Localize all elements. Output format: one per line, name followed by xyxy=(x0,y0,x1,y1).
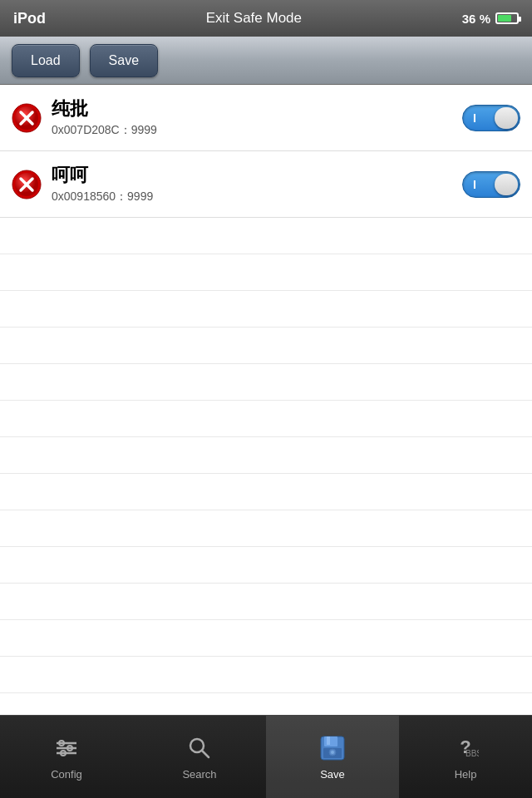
svg-rect-17 xyxy=(324,736,337,746)
toolbar: Load Save xyxy=(0,37,532,85)
empty-row xyxy=(0,254,532,291)
toggle-thumb-1 xyxy=(495,107,518,129)
tab-save[interactable]: Save xyxy=(266,716,399,798)
empty-row xyxy=(0,584,532,620)
svg-rect-18 xyxy=(327,736,330,745)
item-name-1: 纯批 xyxy=(52,97,462,121)
delete-icon-2[interactable] xyxy=(12,170,42,200)
empty-row xyxy=(0,657,532,693)
empty-row xyxy=(0,291,532,328)
delete-icon-1[interactable] xyxy=(12,103,42,133)
tab-save-label: Save xyxy=(320,768,345,781)
tab-help-label: Help xyxy=(455,768,477,781)
status-bar: iPod Exit Safe Mode 36 % xyxy=(0,0,532,37)
svg-line-15 xyxy=(202,751,209,757)
toggle-switch-2[interactable]: I xyxy=(462,171,520,198)
tab-help[interactable]: ? BBS Help xyxy=(399,716,532,798)
tab-config-label: Config xyxy=(51,768,82,781)
item-name-2: 呵呵 xyxy=(52,164,462,188)
toggle-label-1: I xyxy=(473,111,476,125)
help-icon: ? BBS xyxy=(451,733,480,763)
list-item: 纯批 0x007D208C：9999 I xyxy=(0,85,532,151)
empty-row xyxy=(0,401,532,437)
list-area: 纯批 0x007D208C：9999 I xyxy=(0,85,532,715)
tab-search[interactable]: Search xyxy=(133,716,266,798)
main-content: 纯批 0x007D208C：9999 I xyxy=(0,85,532,715)
svg-text:BBS: BBS xyxy=(466,749,479,758)
item-addr-1: 0x007D208C：9999 xyxy=(52,123,462,138)
save-button[interactable]: Save xyxy=(90,44,158,77)
toggle-thumb-2 xyxy=(495,174,518,195)
empty-row xyxy=(0,218,532,254)
battery-percent: 36 % xyxy=(462,12,490,26)
empty-row xyxy=(0,364,532,401)
load-button[interactable]: Load xyxy=(12,44,80,77)
tab-config[interactable]: Config xyxy=(0,716,133,798)
search-icon xyxy=(185,733,214,763)
tab-search-label: Search xyxy=(182,768,216,781)
svg-point-21 xyxy=(331,751,334,754)
item-info-1: 纯批 0x007D208C：9999 xyxy=(52,97,462,138)
item-addr-2: 0x00918560：9999 xyxy=(52,190,462,204)
empty-row xyxy=(0,328,532,364)
empty-row xyxy=(0,437,532,474)
toggle-switch-1[interactable]: I xyxy=(462,105,520,131)
save-icon xyxy=(318,733,347,763)
toggle-label-2: I xyxy=(473,178,476,191)
item-info-2: 呵呵 0x00918560：9999 xyxy=(52,164,462,204)
battery-area: 36 % xyxy=(462,12,519,26)
page-title: Exit Safe Mode xyxy=(206,10,302,27)
tab-bar: Config Search Save ? xyxy=(0,715,532,798)
battery-icon xyxy=(495,12,519,24)
carrier-label: iPod xyxy=(13,10,46,27)
empty-row xyxy=(0,547,532,584)
config-icon xyxy=(52,733,81,763)
empty-row xyxy=(0,510,532,547)
empty-row xyxy=(0,474,532,510)
list-item-2: 呵呵 0x00918560：9999 I xyxy=(0,151,532,218)
empty-row xyxy=(0,693,532,715)
empty-row xyxy=(0,620,532,657)
